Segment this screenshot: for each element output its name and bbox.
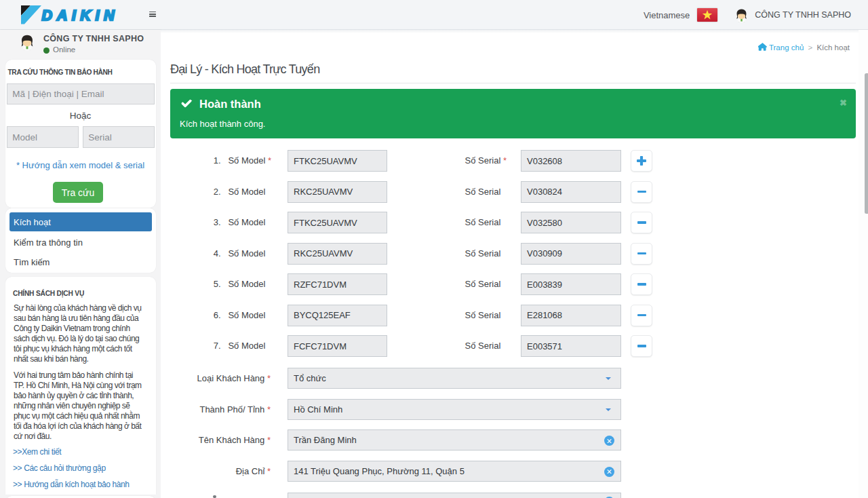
svg-text:DAIKIN: DAIKIN xyxy=(42,7,119,24)
